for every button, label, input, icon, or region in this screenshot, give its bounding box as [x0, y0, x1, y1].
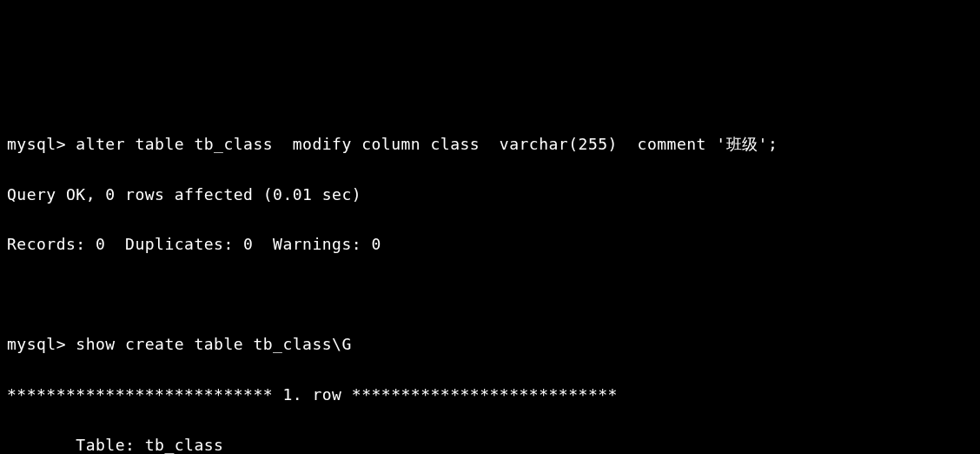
terminal-line: Query OK, 0 rows affected (0.01 sec) — [7, 183, 973, 208]
terminal-output: mysql> alter table tb_class modify colum… — [7, 107, 973, 454]
terminal-line: Records: 0 Duplicates: 0 Warnings: 0 — [7, 232, 973, 257]
terminal-line: mysql> alter table tb_class modify colum… — [7, 132, 973, 157]
terminal-line: Table: tb_class — [7, 433, 973, 454]
terminal-line — [7, 283, 973, 308]
terminal-line: *************************** 1. row *****… — [7, 383, 973, 408]
terminal-line: mysql> show create table tb_class\G — [7, 332, 973, 357]
